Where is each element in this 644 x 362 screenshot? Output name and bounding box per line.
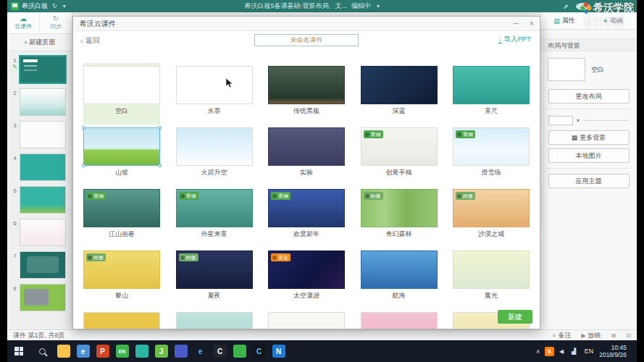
- template-card[interactable]: 航海: [361, 248, 438, 309]
- template-card[interactable]: 传统黑板: [268, 63, 345, 125]
- taskbar-clock[interactable]: 10:45 2018/9/26: [599, 344, 627, 358]
- template-thumb[interactable]: 青铜: [176, 189, 253, 227]
- template-card[interactable]: 山坡: [83, 125, 160, 186]
- slide-list-item[interactable]: 3 ✎: [9, 119, 70, 152]
- volume-icon[interactable]: ◀: [557, 347, 566, 356]
- template-card-partial[interactable]: [176, 309, 253, 329]
- template-card[interactable]: 水墨: [176, 63, 253, 125]
- template-thumb[interactable]: [453, 251, 530, 289]
- template-thumb[interactable]: [268, 312, 345, 329]
- app-indigo-icon[interactable]: [171, 340, 191, 362]
- minimize-button[interactable]: ─: [593, 3, 608, 10]
- slide-list-item[interactable]: 1 ✎: [9, 54, 70, 87]
- background-color-swatch[interactable]: [548, 116, 573, 125]
- slide-list-item[interactable]: 4 ✎: [9, 152, 70, 185]
- easinote-icon[interactable]: EN: [112, 340, 132, 362]
- network-icon[interactable]: ▟: [569, 347, 579, 356]
- template-card[interactable]: 白银 黎山: [83, 248, 160, 309]
- back-button[interactable]: ‹ 返回: [80, 35, 100, 46]
- selection-handle[interactable]: [158, 164, 162, 167]
- template-thumb[interactable]: 白银: [83, 251, 160, 289]
- dialog-close-button[interactable]: ×: [524, 20, 540, 28]
- app-black-icon[interactable]: C: [249, 340, 269, 362]
- current-layout-thumb[interactable]: [548, 58, 585, 81]
- create-button[interactable]: 新建: [498, 310, 532, 324]
- app-green-icon[interactable]: J: [151, 340, 171, 362]
- slide-thumb[interactable]: [20, 153, 66, 181]
- wechat-icon[interactable]: [230, 340, 249, 362]
- template-thumb[interactable]: 白银: [361, 189, 438, 227]
- slide-list-item[interactable]: 7 ✎: [9, 250, 70, 282]
- selection-handle[interactable]: [82, 126, 85, 130]
- template-thumb[interactable]: [176, 127, 253, 166]
- tab-animation[interactable]: ✦ 动画: [588, 12, 637, 29]
- template-thumb[interactable]: [176, 312, 253, 329]
- template-thumb[interactable]: 白银: [453, 189, 530, 227]
- user-avatar[interactable]: [576, 3, 590, 10]
- grid-view-button[interactable]: ⊞: [611, 332, 616, 339]
- template-card[interactable]: 青铜 创意手稿: [361, 125, 438, 186]
- template-thumb[interactable]: [83, 312, 160, 329]
- slide-thumb[interactable]: [20, 56, 66, 83]
- status-caret-icon[interactable]: ▾: [375, 3, 381, 9]
- slide-thumb[interactable]: [20, 219, 66, 246]
- import-ppt-button[interactable]: ↓ 导入PPT: [498, 35, 531, 44]
- template-card[interactable]: 晨光: [453, 248, 530, 309]
- slide-thumb[interactable]: [20, 186, 66, 214]
- template-thumb[interactable]: [453, 66, 530, 104]
- template-card[interactable]: 空白: [83, 63, 160, 125]
- template-card[interactable]: 青铜 滑雪场: [453, 125, 530, 186]
- maximize-button[interactable]: ▢: [608, 3, 622, 10]
- slide-list-item[interactable]: 8 ✎: [9, 282, 70, 315]
- taskbar-search-button[interactable]: [30, 340, 54, 362]
- template-card[interactable]: 青铜 外星来客: [176, 186, 253, 248]
- template-card[interactable]: 白银 奇幻森林: [361, 186, 438, 248]
- slide-thumb[interactable]: [20, 121, 66, 148]
- selection-handle[interactable]: [158, 126, 162, 130]
- slide-thumb[interactable]: [20, 88, 66, 116]
- powerpoint-icon[interactable]: P: [93, 340, 112, 362]
- tab-properties[interactable]: ▤ 属性: [540, 12, 588, 29]
- template-thumb[interactable]: [361, 312, 438, 329]
- new-page-button[interactable]: + 新建页面: [7, 34, 72, 51]
- template-thumb[interactable]: 青铜: [268, 189, 345, 227]
- template-card[interactable]: 白银 沙漠之城: [453, 186, 530, 248]
- template-card[interactable]: 黄金 太空遨游: [268, 248, 345, 309]
- template-thumb[interactable]: [268, 66, 345, 104]
- slide-list-item[interactable]: 6 ✎: [9, 217, 70, 250]
- app-teal-icon[interactable]: [132, 340, 151, 362]
- template-thumb[interactable]: [83, 66, 160, 104]
- apply-theme-button[interactable]: 应用主题: [548, 174, 630, 188]
- start-button[interactable]: [7, 340, 30, 362]
- play-button[interactable]: ▶ 放映: [581, 331, 601, 340]
- template-thumb[interactable]: [268, 127, 345, 166]
- app-blue-icon[interactable]: N: [269, 340, 288, 362]
- template-card-partial[interactable]: [268, 309, 345, 329]
- template-card-partial[interactable]: [83, 309, 160, 329]
- language-indicator[interactable]: EN: [583, 348, 595, 355]
- notes-button[interactable]: ≡ 备注: [553, 331, 572, 340]
- template-thumb[interactable]: [176, 66, 253, 104]
- slide-list-item[interactable]: 2 ✎: [9, 87, 70, 119]
- more-backgrounds-button[interactable]: ▦ 更多背景: [548, 130, 630, 145]
- slide-thumb[interactable]: [20, 284, 66, 311]
- template-thumb[interactable]: [83, 127, 160, 166]
- tab-sync[interactable]: ↻ 同步: [39, 12, 72, 33]
- template-thumb[interactable]: 青铜: [361, 127, 438, 166]
- template-card[interactable]: 直尺: [453, 63, 530, 125]
- template-thumb[interactable]: 黄金: [268, 251, 345, 289]
- template-thumb[interactable]: 青铜: [83, 189, 160, 227]
- file-explorer-icon[interactable]: [54, 340, 73, 362]
- sogou-input-icon[interactable]: S: [545, 347, 554, 356]
- template-thumb[interactable]: 青铜: [453, 127, 530, 166]
- color-dropdown-icon[interactable]: ▾: [577, 117, 580, 124]
- template-card[interactable]: 深蓝: [361, 63, 438, 125]
- sync-icon[interactable]: ↻: [51, 3, 59, 9]
- share-icon[interactable]: ⇗: [559, 3, 573, 10]
- template-card[interactable]: 实验: [268, 125, 345, 186]
- local-image-button[interactable]: 本地图片: [548, 148, 630, 163]
- tab-cloud-courseware[interactable]: ☁ 云课件: [7, 12, 39, 33]
- template-card[interactable]: 火箭升空: [176, 125, 253, 186]
- slide-thumb[interactable]: [20, 251, 66, 279]
- template-card[interactable]: 白银 夏夜: [176, 248, 253, 309]
